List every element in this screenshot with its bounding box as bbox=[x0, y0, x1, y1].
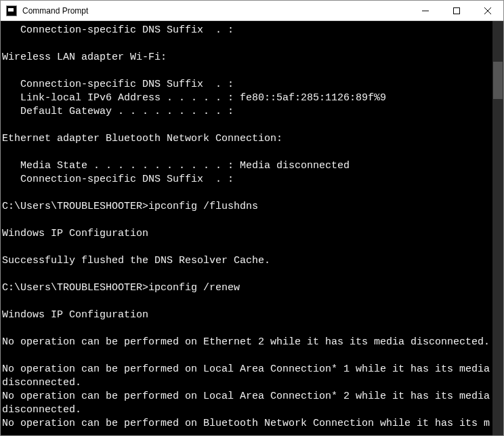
terminal-line: Successfully flushed the DNS Resolver Ca… bbox=[2, 254, 491, 268]
terminal-line: Link-local IPv6 Address . . . . . : fe80… bbox=[2, 92, 491, 105]
terminal-line bbox=[2, 214, 491, 227]
terminal-line: Connection-specific DNS Suffix . : bbox=[2, 78, 491, 92]
minimize-icon bbox=[422, 7, 429, 14]
svg-rect-1 bbox=[454, 7, 460, 14]
scrollbar-thumb[interactable] bbox=[493, 62, 503, 99]
scrollbar-track[interactable] bbox=[492, 21, 503, 435]
terminal-line: Default Gateway . . . . . . . . . : bbox=[2, 105, 491, 119]
maximize-icon bbox=[453, 7, 460, 14]
terminal-line bbox=[2, 241, 491, 254]
terminal-line: No operation can be performed on Local A… bbox=[2, 363, 491, 390]
terminal-line: Media State . . . . . . . . . . . : Medi… bbox=[2, 159, 491, 173]
terminal-line bbox=[2, 119, 491, 132]
terminal-line bbox=[2, 186, 491, 200]
terminal-line: Connection-specific DNS Suffix . : bbox=[2, 173, 491, 186]
terminal-line bbox=[2, 349, 491, 363]
terminal-line: C:\Users\TROUBLESHOOTER>ipconfig /renew bbox=[2, 281, 491, 295]
titlebar[interactable]: Command Prompt bbox=[1, 1, 503, 21]
close-icon bbox=[484, 7, 491, 14]
minimize-button[interactable] bbox=[410, 1, 441, 20]
terminal-line: Ethernet adapter Bluetooth Network Conne… bbox=[2, 132, 491, 146]
terminal-line: No operation can be performed on Etherne… bbox=[2, 336, 491, 349]
terminal-line: Windows IP Configuration bbox=[2, 227, 491, 241]
terminal-line bbox=[2, 64, 491, 78]
terminal-line bbox=[2, 146, 491, 159]
terminal-area: Connection-specific DNS Suffix . :Wirele… bbox=[1, 21, 503, 435]
terminal-line bbox=[2, 268, 491, 281]
terminal-line: Connection-specific DNS Suffix . : bbox=[2, 24, 491, 37]
window-controls bbox=[410, 1, 503, 20]
terminal-line bbox=[2, 37, 491, 51]
close-button[interactable] bbox=[472, 1, 503, 20]
terminal-line: No operation can be performed on Bluetoo… bbox=[2, 417, 491, 431]
cmd-icon bbox=[6, 5, 17, 16]
terminal-line: Windows IP Configuration bbox=[2, 309, 491, 322]
window-title: Command Prompt bbox=[22, 6, 410, 16]
maximize-button[interactable] bbox=[441, 1, 472, 20]
terminal-line bbox=[2, 322, 491, 336]
terminal-line: No operation can be performed on Local A… bbox=[2, 390, 491, 417]
terminal-line: Wireless LAN adapter Wi-Fi: bbox=[2, 51, 491, 64]
terminal-line: C:\Users\TROUBLESHOOTER>ipconfig /flushd… bbox=[2, 200, 491, 214]
terminal-line bbox=[2, 295, 491, 309]
terminal-output[interactable]: Connection-specific DNS Suffix . :Wirele… bbox=[1, 21, 492, 435]
